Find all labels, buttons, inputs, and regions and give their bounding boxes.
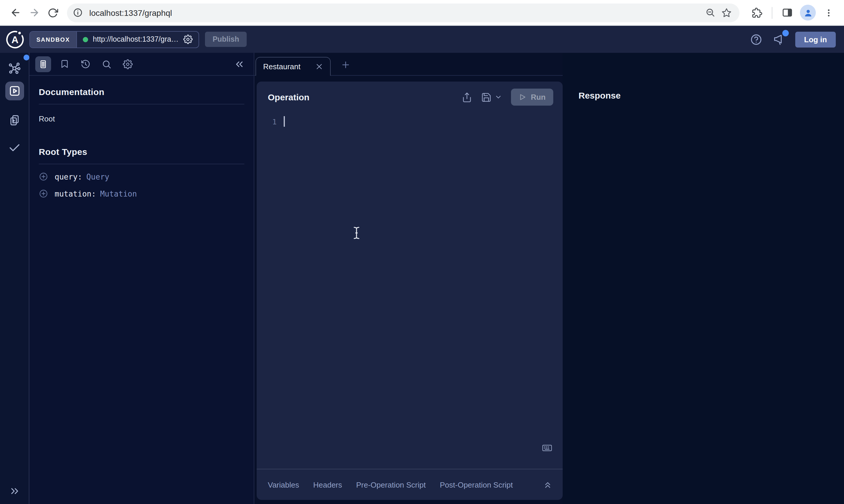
apollo-logo-letter: A (11, 34, 18, 45)
mouse-text-cursor (353, 227, 360, 239)
operation-title: Operation (268, 92, 310, 102)
save-icon[interactable] (481, 92, 491, 102)
operation-header: Operation (257, 82, 563, 111)
add-mutation-icon[interactable] (39, 189, 48, 198)
sidebar-item-checks[interactable] (5, 138, 24, 157)
bookmark-icon[interactable] (56, 56, 72, 72)
expand-rail-icon[interactable] (0, 485, 29, 497)
add-query-icon[interactable] (39, 172, 48, 181)
connection-settings-icon[interactable] (183, 35, 193, 44)
run-play-icon (518, 93, 526, 101)
new-tab-icon[interactable] (341, 60, 351, 70)
announcements-notification-dot (782, 30, 789, 36)
documentation-content: Documentation Root Root Types query: Que… (29, 76, 254, 210)
url-text[interactable]: localhost:1337/graphql (89, 8, 702, 17)
panel-icon-row (29, 53, 254, 76)
app-header: A SANDBOX http://localhost:1337/gra… Pub… (0, 26, 844, 53)
run-button[interactable]: Run (511, 89, 553, 106)
settings-icon[interactable] (120, 56, 136, 72)
share-icon[interactable] (461, 92, 472, 102)
operation-footer: Variables Headers Pre-Operation Script P… (257, 469, 563, 500)
response-pane: Response (563, 53, 844, 504)
tab-strip: Restaurant (254, 53, 563, 76)
tab-restaurant[interactable]: Restaurant (256, 57, 331, 76)
save-options-chevron-icon[interactable] (494, 93, 502, 101)
left-rail (0, 53, 29, 504)
zoom-icon[interactable] (702, 4, 718, 21)
line-number: 1 (257, 117, 277, 126)
extensions-icon[interactable] (748, 3, 767, 22)
browser-actions (748, 3, 838, 22)
forward-icon[interactable] (25, 3, 44, 22)
tab-pre-operation-script[interactable]: Pre-Operation Script (356, 480, 426, 489)
tab-headers[interactable]: Headers (313, 480, 342, 489)
close-tab-icon[interactable] (315, 63, 323, 70)
help-icon[interactable] (750, 33, 762, 46)
keyboard-shortcuts-icon[interactable] (541, 443, 553, 453)
schema-notification-dot (23, 55, 29, 60)
divider (39, 104, 244, 105)
side-panel-icon[interactable] (778, 3, 796, 22)
field-name: mutation: (55, 189, 96, 198)
operation-card: Operation (257, 82, 563, 500)
endpoint-pill: SANDBOX http://localhost:1337/gra… (29, 31, 199, 48)
documentation-panel: Documentation Root Root Types query: Que… (29, 53, 254, 504)
type-link[interactable]: Mutation (100, 189, 137, 198)
sandbox-badge: SANDBOX (30, 31, 77, 47)
sidebar-item-schema[interactable] (5, 59, 24, 77)
endpoint-url[interactable]: http://localhost:1337/gra… (93, 35, 178, 43)
documentation-icon[interactable] (35, 56, 51, 72)
documentation-title: Documentation (39, 87, 244, 97)
login-button[interactable]: Log in (795, 31, 836, 47)
root-link[interactable]: Root (39, 114, 55, 123)
operation-pane: Restaurant Operation (254, 53, 563, 504)
expand-panel-icon[interactable] (543, 480, 553, 490)
address-bar[interactable]: localhost:1337/graphql (67, 3, 739, 22)
operation-actions: Run (461, 89, 553, 106)
screen: localhost:1337/graphql (0, 0, 844, 504)
divider (39, 164, 244, 164)
save-group (481, 92, 502, 102)
browser-menu-icon[interactable] (819, 3, 838, 22)
type-link[interactable]: Query (86, 172, 109, 181)
tab-label: Restaurant (263, 62, 315, 71)
announcements-icon[interactable] (772, 33, 785, 46)
tab-variables[interactable]: Variables (268, 480, 299, 489)
tab-post-operation-script[interactable]: Post-Operation Script (440, 480, 513, 489)
back-icon[interactable] (6, 3, 25, 22)
header-right: Log in (750, 31, 844, 47)
endpoint-input[interactable]: http://localhost:1337/gra… (77, 31, 199, 47)
bookmark-star-icon[interactable] (718, 4, 735, 21)
browser-toolbar: localhost:1337/graphql (0, 0, 844, 26)
operation-editor[interactable]: 1 (257, 111, 563, 127)
collapse-sidebar-icon[interactable] (234, 58, 245, 70)
text-caret (284, 116, 285, 127)
profile-avatar[interactable] (800, 5, 816, 20)
reload-icon[interactable] (44, 3, 62, 22)
root-type-row-query[interactable]: query: Query (39, 172, 244, 181)
sidebar-item-changelog[interactable] (5, 111, 24, 130)
run-label: Run (531, 93, 546, 102)
root-types-title: Root Types (39, 147, 244, 157)
site-info-icon[interactable] (70, 5, 85, 20)
sidebar-item-explorer[interactable] (5, 82, 24, 100)
publish-button[interactable]: Publish (205, 32, 247, 47)
connection-status-dot (83, 37, 88, 42)
history-icon[interactable] (77, 56, 93, 72)
app-body: Documentation Root Root Types query: Que… (0, 53, 844, 504)
search-icon[interactable] (99, 56, 115, 72)
field-name: query: (55, 172, 82, 181)
response-title: Response (579, 90, 844, 100)
toolbar-divider (772, 7, 772, 18)
apollo-logo[interactable]: A (0, 30, 29, 49)
root-type-row-mutation[interactable]: mutation: Mutation (39, 189, 244, 198)
